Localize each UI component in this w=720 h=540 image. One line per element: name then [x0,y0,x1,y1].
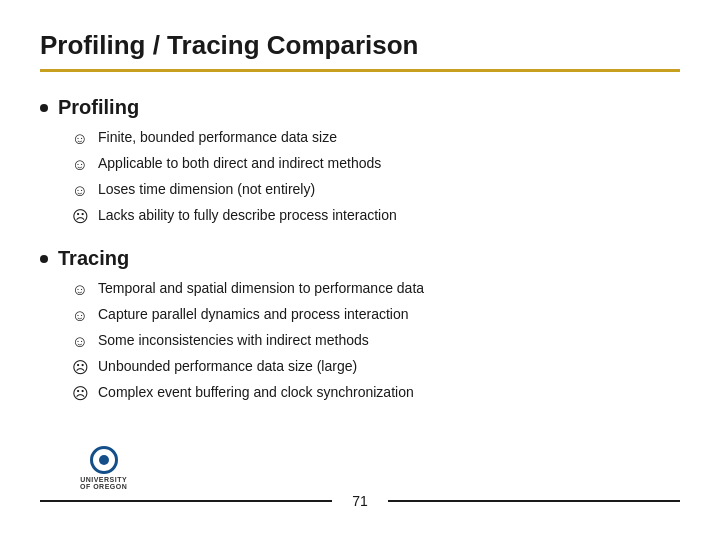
profiling-title: Profiling [58,96,139,119]
title-divider [40,69,680,72]
page-title: Profiling / Tracing Comparison [40,30,680,61]
title-area: Profiling / Tracing Comparison [40,30,680,90]
list-item: ☺ Temporal and spatial dimension to perf… [70,278,680,302]
slide: Profiling / Tracing Comparison Profiling… [0,0,720,540]
list-item: ☹ Complex event buffering and clock sync… [70,382,680,406]
footer: UNIVERSITYOF OREGON 71 [40,492,680,510]
profiling-items: ☺ Finite, bounded performance data size … [70,127,680,229]
item-text: Temporal and spatial dimension to perfor… [98,278,424,299]
smiley-icon: ☺ [70,179,90,203]
frown-icon: ☹ [70,205,90,229]
list-item: ☺ Capture parallel dynamics and process … [70,304,680,328]
content-area: Profiling ☺ Finite, bounded performance … [40,96,680,520]
list-item: ☺ Applicable to both direct and indirect… [70,153,680,177]
footer-line-right [388,500,680,502]
item-text: Lacks ability to fully describe process … [98,205,397,226]
frown-icon: ☹ [70,356,90,380]
tracing-header: Tracing [40,247,680,270]
list-item: ☺ Some inconsistencies with indirect met… [70,330,680,354]
list-item: ☺ Loses time dimension (not entirely) [70,179,680,203]
page-number: 71 [352,493,368,509]
tracing-items: ☺ Temporal and spatial dimension to perf… [70,278,680,406]
item-text: Some inconsistencies with indirect metho… [98,330,369,351]
logo-inner-icon [99,455,109,465]
profiling-section: Profiling ☺ Finite, bounded performance … [40,96,680,229]
footer-line-left [40,500,332,502]
item-text: Loses time dimension (not entirely) [98,179,315,200]
smiley-icon: ☺ [70,304,90,328]
bullet-dot [40,104,48,112]
item-text: Finite, bounded performance data size [98,127,337,148]
tracing-section: Tracing ☺ Temporal and spatial dimension… [40,247,680,406]
smiley-icon: ☺ [70,153,90,177]
smiley-icon: ☺ [70,330,90,354]
list-item: ☺ Finite, bounded performance data size [70,127,680,151]
frown-icon: ☹ [70,382,90,406]
smiley-icon: ☺ [70,127,90,151]
page-number-area: 71 [332,492,388,510]
logo-circle-icon [90,446,118,474]
item-text: Capture parallel dynamics and process in… [98,304,409,325]
logo-text: UNIVERSITYOF OREGON [80,476,127,490]
profiling-header: Profiling [40,96,680,119]
tracing-title: Tracing [58,247,129,270]
list-item: ☹ Unbounded performance data size (large… [70,356,680,380]
list-item: ☹ Lacks ability to fully describe proces… [70,205,680,229]
university-logo: UNIVERSITYOF OREGON [80,446,127,490]
item-text: Applicable to both direct and indirect m… [98,153,381,174]
bullet-dot [40,255,48,263]
smiley-icon: ☺ [70,278,90,302]
item-text: Complex event buffering and clock synchr… [98,382,414,403]
item-text: Unbounded performance data size (large) [98,356,357,377]
